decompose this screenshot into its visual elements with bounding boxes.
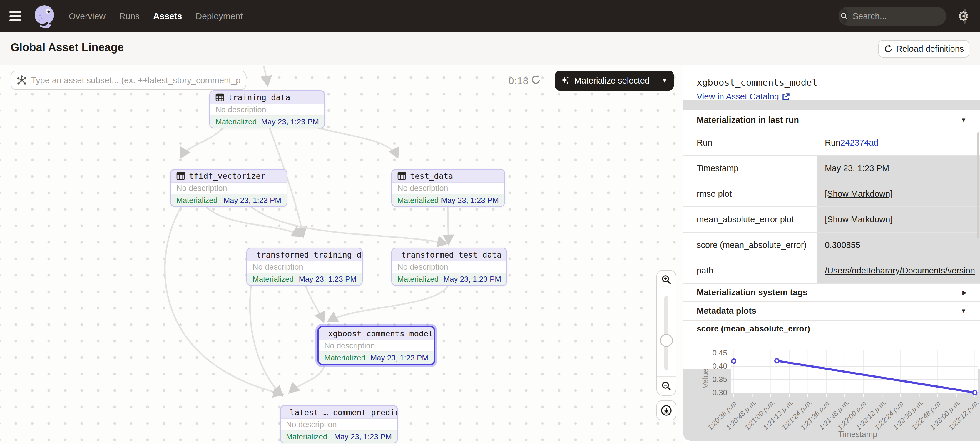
chart-plot-svg xyxy=(731,350,978,401)
section-materialization-system-tags[interactable]: Materialization system tags▶ xyxy=(683,284,980,302)
asset-node-training-data[interactable]: training_data No description Materialize… xyxy=(209,90,325,129)
row-value: [Show Markdown] xyxy=(816,181,980,207)
global-search[interactable]: / xyxy=(838,7,946,25)
refresh-timer: 0:18 xyxy=(509,75,528,86)
row-value: Run 242374ad xyxy=(816,130,980,155)
top-nav: Overview Runs Assets Deployment / ⚙ xyxy=(0,0,980,32)
refresh-icon[interactable] xyxy=(530,74,541,86)
asset-subset-filter[interactable] xyxy=(11,70,246,90)
table-icon xyxy=(398,172,406,180)
asset-name: test_data xyxy=(410,172,453,181)
asset-timestamp: May 23, 1:23 PM xyxy=(443,275,501,284)
asset-name: training_data xyxy=(228,93,290,102)
table-row-run: Run Run 242374ad xyxy=(683,130,980,156)
materialize-dropdown-caret[interactable]: ▾ xyxy=(655,70,674,91)
search-input[interactable] xyxy=(853,11,964,21)
asset-status: Materialized xyxy=(215,117,257,126)
asset-description: No description xyxy=(281,419,397,431)
asset-status: Materialized xyxy=(253,275,294,284)
asset-status: Materialized xyxy=(177,196,218,205)
chevron-right-icon: ▶ xyxy=(963,289,966,296)
materialize-selected-button[interactable]: Materialize selected ▾ xyxy=(555,70,674,91)
panel-asset-title: xgboost_comments_model xyxy=(697,77,818,88)
metadata-table: Run Run 242374ad Timestamp May 23, 1:23 … xyxy=(683,130,980,284)
zoom-slider-knob[interactable] xyxy=(660,334,673,347)
asset-status: Materialized xyxy=(398,196,439,205)
asset-status: Materialized xyxy=(324,353,365,363)
asset-description: No description xyxy=(392,261,506,273)
edge-tfidfvectorizer-transformedtestdata xyxy=(250,207,446,243)
row-value: May 23, 1:23 PM xyxy=(816,156,980,181)
edge-xgboost-latestpredictions xyxy=(290,364,325,392)
asset-name: tfidf_vectorizer xyxy=(189,172,266,181)
edge-testdata-transformedtestdata xyxy=(448,207,449,243)
asset-subset-input[interactable] xyxy=(31,76,241,85)
asset-timestamp: May 23, 1:23 PM xyxy=(299,275,356,284)
y-tick-label: 0.30 xyxy=(686,388,727,397)
show-markdown-link[interactable]: [Show Markdown] xyxy=(825,215,893,224)
panel-horizontal-scrollbar[interactable] xyxy=(683,100,980,110)
asset-description: No description xyxy=(247,261,362,273)
asset-description: No description xyxy=(392,183,504,194)
asset-description: No description xyxy=(210,104,324,116)
row-value: 0.300855 xyxy=(816,232,980,258)
reload-definitions-button[interactable]: Reload definitions xyxy=(878,40,969,57)
chevron-down-icon: ▼ xyxy=(961,117,966,124)
row-label: Timestamp xyxy=(683,156,816,181)
row-label: rmse plot xyxy=(683,181,816,207)
section-metadata-plots[interactable]: Metadata plots▼ xyxy=(683,302,980,320)
edge-tfidfvectorizer-transformedtrainingdata xyxy=(206,207,301,236)
dagster-logo-icon[interactable] xyxy=(32,4,56,28)
asset-node-latest-comment-predictions[interactable]: latest_…_comment_predictions No descript… xyxy=(280,405,398,443)
asset-timestamp: May 23, 1:23 PM xyxy=(371,353,428,363)
nav-item-deployment[interactable]: Deployment xyxy=(196,11,242,21)
section-materialization-in-last-run[interactable]: Materialization in last run▼ xyxy=(683,110,980,130)
edge-tfidfvectorizer-latestpredictions xyxy=(165,207,282,394)
reload-icon xyxy=(884,45,893,53)
row-label: score (mean_absolute_error) xyxy=(683,232,816,258)
settings-gear-icon[interactable]: ⚙ xyxy=(958,10,969,23)
edge-trainingdata-testdata xyxy=(313,126,398,157)
asset-name: transformed_test_data xyxy=(401,250,501,259)
nav-item-runs[interactable]: Runs xyxy=(119,11,140,21)
asset-node-transformed-training-data[interactable]: transformed_training_data No description… xyxy=(246,248,363,286)
asset-name: latest_…_comment_predictions xyxy=(290,408,398,417)
table-row-timestamp: Timestamp May 23, 1:23 PM xyxy=(683,156,980,181)
nav-item-assets[interactable]: Assets xyxy=(153,11,182,21)
asset-status: Materialized xyxy=(286,432,327,441)
asset-node-xgboost-comments-model[interactable]: xgboost_comments_model No description Ma… xyxy=(317,326,435,365)
asset-name: transformed_training_data xyxy=(256,250,363,259)
row-value: [Show Markdown] xyxy=(816,207,980,232)
y-axis-label: Value xyxy=(701,368,710,388)
panel-vertical-scrollbar[interactable] xyxy=(977,132,979,238)
table-icon xyxy=(177,172,185,180)
zoom-slider-track[interactable] xyxy=(664,296,668,370)
asset-graph-filter-icon xyxy=(16,75,27,86)
page-header: Global Asset Lineage Reload definitions xyxy=(0,32,980,65)
edge-transformedtestdata-xgboost xyxy=(329,284,449,321)
zoom-in-button[interactable] xyxy=(657,271,676,289)
table-row-score: score (mean_absolute_error) 0.300855 xyxy=(683,232,980,258)
graph-zoom-controls xyxy=(656,270,676,396)
hamburger-menu-icon[interactable] xyxy=(10,11,21,21)
table-row-path: path /Users/odetteharary/Documents/versi… xyxy=(683,258,980,284)
download-graph-button[interactable] xyxy=(656,401,676,420)
row-label: path xyxy=(683,258,816,283)
external-link-icon xyxy=(782,92,790,101)
chart-title: score (mean_absolute_error) xyxy=(697,324,810,333)
run-id-link[interactable]: 242374ad xyxy=(840,138,878,148)
show-markdown-link[interactable]: [Show Markdown] xyxy=(825,189,893,199)
asset-node-test-data[interactable]: test_data No description MaterializedMay… xyxy=(391,169,505,207)
asset-timestamp: May 23, 1:23 PM xyxy=(441,196,499,205)
row-label: Run xyxy=(683,130,816,155)
table-row-mean-absolute-error-plot: mean_absolute_error plot [Show Markdown] xyxy=(683,207,980,232)
zoom-slider[interactable] xyxy=(657,289,676,376)
row-value: /Users/odetteharary/Documents/version xyxy=(816,258,980,283)
edge-transformedtrainingdata-xgboost xyxy=(305,284,323,321)
primary-nav: Overview Runs Assets Deployment xyxy=(69,11,243,21)
asset-node-transformed-test-data[interactable]: transformed_test_data No description Mat… xyxy=(391,248,508,286)
nav-item-overview[interactable]: Overview xyxy=(69,11,105,21)
path-link[interactable]: /Users/odetteharary/Documents/version xyxy=(825,266,975,275)
zoom-out-button[interactable] xyxy=(657,376,676,395)
asset-node-tfidf-vectorizer[interactable]: tfidf_vectorizer No description Material… xyxy=(170,169,288,207)
